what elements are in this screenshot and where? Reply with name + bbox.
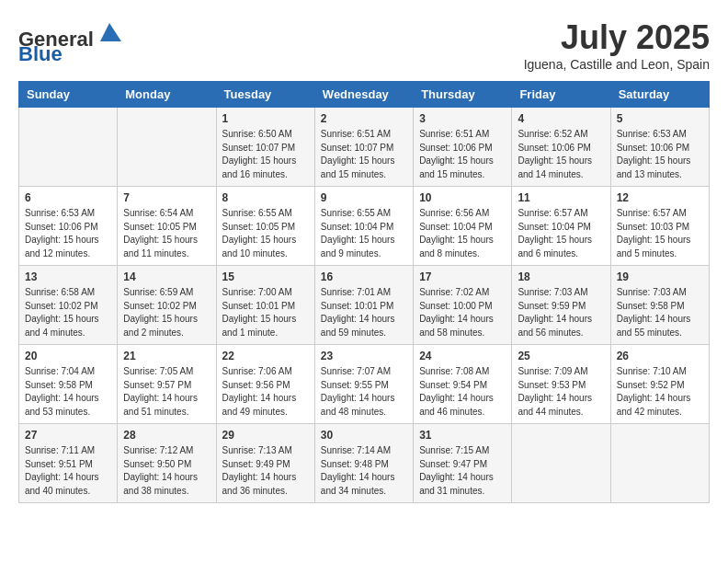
col-wednesday: Wednesday bbox=[314, 82, 413, 108]
day-number: 21 bbox=[123, 350, 210, 362]
day-info: Sunrise: 7:13 AM Sunset: 9:49 PM Dayligh… bbox=[222, 444, 309, 498]
day-number: 29 bbox=[222, 429, 309, 442]
day-number: 1 bbox=[222, 112, 309, 125]
day-number: 22 bbox=[222, 350, 309, 362]
location: Iguena, Castille and Leon, Spain bbox=[524, 57, 710, 72]
calendar-cell: 8Sunrise: 6:55 AM Sunset: 10:05 PM Dayli… bbox=[216, 187, 314, 266]
day-info: Sunrise: 7:05 AM Sunset: 9:57 PM Dayligh… bbox=[123, 365, 210, 419]
day-info: Sunrise: 7:08 AM Sunset: 9:54 PM Dayligh… bbox=[419, 365, 506, 419]
day-info: Sunrise: 7:03 AM Sunset: 9:59 PM Dayligh… bbox=[518, 286, 604, 339]
calendar-cell: 31Sunrise: 7:15 AM Sunset: 9:47 PM Dayli… bbox=[414, 424, 512, 503]
day-info: Sunrise: 7:14 AM Sunset: 9:48 PM Dayligh… bbox=[321, 444, 407, 498]
day-number: 4 bbox=[518, 112, 604, 125]
logo-blue-text: Blue bbox=[18, 42, 63, 65]
title-block: July 2025 Iguena, Castille and Leon, Spa… bbox=[524, 18, 710, 72]
day-info: Sunrise: 6:52 AM Sunset: 10:06 PM Daylig… bbox=[518, 128, 604, 181]
calendar-week-3: 13Sunrise: 6:58 AM Sunset: 10:02 PM Dayl… bbox=[19, 266, 710, 345]
day-info: Sunrise: 7:01 AM Sunset: 10:01 PM Daylig… bbox=[321, 286, 407, 339]
day-number: 9 bbox=[321, 191, 407, 204]
calendar-cell: 2Sunrise: 6:51 AM Sunset: 10:07 PM Dayli… bbox=[314, 108, 413, 187]
calendar-table: Sunday Monday Tuesday Wednesday Thursday… bbox=[18, 81, 710, 503]
calendar-cell bbox=[512, 424, 610, 503]
day-info: Sunrise: 6:51 AM Sunset: 10:07 PM Daylig… bbox=[321, 128, 407, 181]
calendar-cell: 29Sunrise: 7:13 AM Sunset: 9:49 PM Dayli… bbox=[216, 424, 314, 503]
calendar-cell: 24Sunrise: 7:08 AM Sunset: 9:54 PM Dayli… bbox=[414, 345, 512, 424]
day-info: Sunrise: 6:51 AM Sunset: 10:06 PM Daylig… bbox=[419, 128, 506, 181]
calendar-body: 1Sunrise: 6:50 AM Sunset: 10:07 PM Dayli… bbox=[19, 108, 710, 503]
day-number: 23 bbox=[321, 350, 407, 362]
day-info: Sunrise: 7:15 AM Sunset: 9:47 PM Dayligh… bbox=[419, 444, 506, 498]
day-number: 11 bbox=[518, 191, 604, 204]
day-info: Sunrise: 6:54 AM Sunset: 10:05 PM Daylig… bbox=[123, 207, 210, 260]
col-sunday: Sunday bbox=[19, 82, 118, 108]
day-number: 28 bbox=[123, 429, 210, 442]
header-row: Sunday Monday Tuesday Wednesday Thursday… bbox=[19, 82, 710, 108]
day-number: 12 bbox=[617, 191, 703, 204]
svg-marker-0 bbox=[100, 23, 121, 41]
calendar-cell: 27Sunrise: 7:11 AM Sunset: 9:51 PM Dayli… bbox=[19, 424, 118, 503]
day-info: Sunrise: 7:00 AM Sunset: 10:01 PM Daylig… bbox=[222, 286, 309, 339]
calendar-header: Sunday Monday Tuesday Wednesday Thursday… bbox=[19, 82, 710, 108]
col-tuesday: Tuesday bbox=[216, 82, 314, 108]
day-number: 2 bbox=[321, 112, 407, 125]
calendar-cell: 18Sunrise: 7:03 AM Sunset: 9:59 PM Dayli… bbox=[512, 266, 610, 345]
day-number: 25 bbox=[518, 350, 604, 362]
calendar-cell: 15Sunrise: 7:00 AM Sunset: 10:01 PM Dayl… bbox=[216, 266, 314, 345]
day-info: Sunrise: 7:07 AM Sunset: 9:55 PM Dayligh… bbox=[321, 365, 407, 419]
calendar-cell: 14Sunrise: 6:59 AM Sunset: 10:02 PM Dayl… bbox=[118, 266, 216, 345]
day-number: 26 bbox=[617, 350, 703, 362]
col-thursday: Thursday bbox=[414, 82, 512, 108]
calendar-cell bbox=[118, 108, 216, 187]
calendar-cell: 25Sunrise: 7:09 AM Sunset: 9:53 PM Dayli… bbox=[512, 345, 610, 424]
day-info: Sunrise: 7:11 AM Sunset: 9:51 PM Dayligh… bbox=[25, 444, 111, 498]
day-info: Sunrise: 7:03 AM Sunset: 9:58 PM Dayligh… bbox=[617, 286, 703, 339]
day-info: Sunrise: 6:50 AM Sunset: 10:07 PM Daylig… bbox=[222, 128, 309, 181]
calendar-cell bbox=[610, 424, 709, 503]
day-number: 17 bbox=[419, 270, 506, 283]
calendar-cell: 20Sunrise: 7:04 AM Sunset: 9:58 PM Dayli… bbox=[19, 345, 118, 424]
calendar-cell: 17Sunrise: 7:02 AM Sunset: 10:00 PM Dayl… bbox=[414, 266, 512, 345]
calendar-week-4: 20Sunrise: 7:04 AM Sunset: 9:58 PM Dayli… bbox=[19, 345, 710, 424]
calendar-cell: 16Sunrise: 7:01 AM Sunset: 10:01 PM Dayl… bbox=[314, 266, 413, 345]
calendar-cell: 3Sunrise: 6:51 AM Sunset: 10:06 PM Dayli… bbox=[414, 108, 512, 187]
calendar-cell: 13Sunrise: 6:58 AM Sunset: 10:02 PM Dayl… bbox=[19, 266, 118, 345]
day-number: 7 bbox=[123, 191, 210, 204]
calendar-cell: 22Sunrise: 7:06 AM Sunset: 9:56 PM Dayli… bbox=[216, 345, 314, 424]
col-friday: Friday bbox=[512, 82, 610, 108]
day-info: Sunrise: 6:53 AM Sunset: 10:06 PM Daylig… bbox=[25, 207, 111, 260]
day-info: Sunrise: 7:12 AM Sunset: 9:50 PM Dayligh… bbox=[123, 444, 210, 498]
calendar-cell: 1Sunrise: 6:50 AM Sunset: 10:07 PM Dayli… bbox=[216, 108, 314, 187]
calendar-cell: 23Sunrise: 7:07 AM Sunset: 9:55 PM Dayli… bbox=[314, 345, 413, 424]
day-info: Sunrise: 6:57 AM Sunset: 10:03 PM Daylig… bbox=[617, 207, 703, 260]
day-number: 16 bbox=[321, 270, 407, 283]
calendar-cell: 9Sunrise: 6:55 AM Sunset: 10:04 PM Dayli… bbox=[314, 187, 413, 266]
logo-icon bbox=[96, 18, 123, 46]
day-number: 18 bbox=[518, 270, 604, 283]
day-number: 20 bbox=[25, 350, 111, 362]
day-number: 8 bbox=[222, 191, 309, 204]
day-number: 31 bbox=[419, 429, 506, 442]
calendar-cell: 26Sunrise: 7:10 AM Sunset: 9:52 PM Dayli… bbox=[610, 345, 709, 424]
calendar-cell: 10Sunrise: 6:56 AM Sunset: 10:04 PM Dayl… bbox=[414, 187, 512, 266]
day-info: Sunrise: 6:55 AM Sunset: 10:05 PM Daylig… bbox=[222, 207, 309, 260]
day-number: 19 bbox=[617, 270, 703, 283]
calendar-cell: 28Sunrise: 7:12 AM Sunset: 9:50 PM Dayli… bbox=[118, 424, 216, 503]
day-number: 30 bbox=[321, 429, 407, 442]
calendar-week-2: 6Sunrise: 6:53 AM Sunset: 10:06 PM Dayli… bbox=[19, 187, 710, 266]
calendar-week-1: 1Sunrise: 6:50 AM Sunset: 10:07 PM Dayli… bbox=[19, 108, 710, 187]
calendar-cell: 7Sunrise: 6:54 AM Sunset: 10:05 PM Dayli… bbox=[118, 187, 216, 266]
day-info: Sunrise: 6:55 AM Sunset: 10:04 PM Daylig… bbox=[321, 207, 407, 260]
calendar-cell: 11Sunrise: 6:57 AM Sunset: 10:04 PM Dayl… bbox=[512, 187, 610, 266]
col-monday: Monday bbox=[118, 82, 216, 108]
logo: General Blue bbox=[18, 18, 123, 65]
month-title: July 2025 bbox=[524, 18, 710, 57]
col-saturday: Saturday bbox=[610, 82, 709, 108]
day-info: Sunrise: 6:58 AM Sunset: 10:02 PM Daylig… bbox=[25, 286, 111, 339]
day-info: Sunrise: 6:59 AM Sunset: 10:02 PM Daylig… bbox=[123, 286, 210, 339]
day-info: Sunrise: 7:06 AM Sunset: 9:56 PM Dayligh… bbox=[222, 365, 309, 419]
calendar-cell: 21Sunrise: 7:05 AM Sunset: 9:57 PM Dayli… bbox=[118, 345, 216, 424]
day-number: 27 bbox=[25, 429, 111, 442]
day-info: Sunrise: 6:57 AM Sunset: 10:04 PM Daylig… bbox=[518, 207, 604, 260]
day-number: 14 bbox=[123, 270, 210, 283]
page-header: General Blue July 2025 Iguena, Castille … bbox=[18, 18, 710, 72]
